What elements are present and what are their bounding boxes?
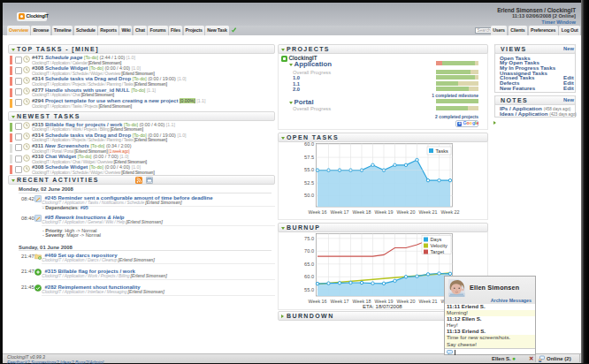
svg-text:Tasks: Tasks <box>436 148 449 154</box>
svg-text:Week 20: Week 20 <box>396 209 415 215</box>
svg-text:Days: Days <box>431 237 442 242</box>
svg-text:Week 17: Week 17 <box>330 209 348 215</box>
svg-text:55.0: 55.0 <box>304 167 314 172</box>
svg-text:Week 21: Week 21 <box>418 299 437 304</box>
svg-text:Week 18: Week 18 <box>352 209 371 215</box>
svg-text:Week 18: Week 18 <box>352 299 371 304</box>
svg-text:Week 20: Week 20 <box>396 299 415 304</box>
svg-text:52.5: 52.5 <box>304 180 314 186</box>
svg-text:50.0: 50.0 <box>304 193 314 198</box>
svg-text:Velocity: Velocity <box>431 243 447 248</box>
svg-text:Week 21: Week 21 <box>418 209 437 215</box>
svg-text:60.0: 60.0 <box>304 141 314 147</box>
svg-text:65.0: 65.0 <box>304 262 314 267</box>
svg-text:75.0: 75.0 <box>304 236 314 241</box>
svg-text:60.0: 60.0 <box>304 274 314 279</box>
svg-text:Week 19: Week 19 <box>374 299 393 304</box>
svg-text:Week 19: Week 19 <box>374 209 393 215</box>
svg-text:Week 16: Week 16 <box>308 209 326 215</box>
svg-text:Target: Target <box>431 249 445 254</box>
svg-text:Week 16: Week 16 <box>308 299 326 304</box>
svg-text:55.0: 55.0 <box>304 287 314 292</box>
svg-text:Week 22: Week 22 <box>440 209 459 215</box>
svg-text:57.5: 57.5 <box>304 155 314 160</box>
svg-text:Week 17: Week 17 <box>330 299 348 304</box>
svg-text:70.0: 70.0 <box>304 248 314 254</box>
